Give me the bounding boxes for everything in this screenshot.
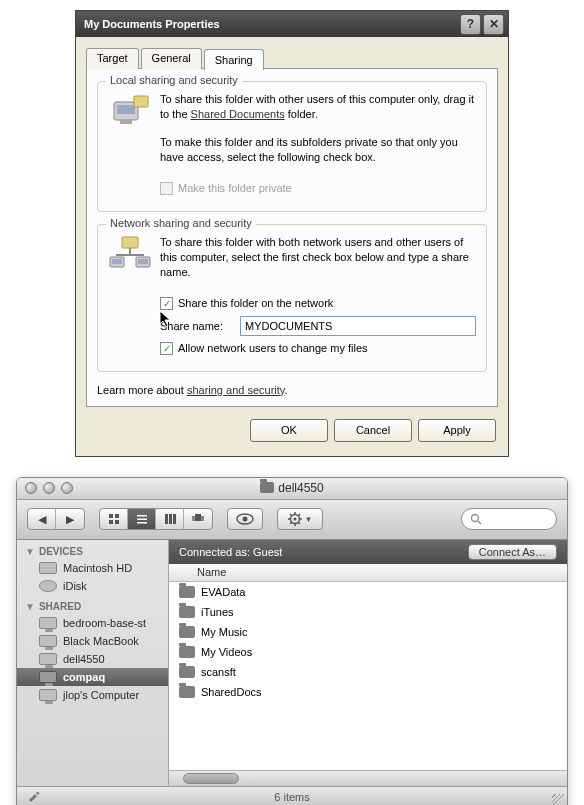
svg-point-27 <box>293 518 296 521</box>
network-sharing-icon <box>108 235 152 293</box>
svg-rect-21 <box>195 514 201 521</box>
row-make-private: Make this folder private <box>160 182 476 195</box>
computer-icon <box>39 617 57 629</box>
sidebar-header-shared[interactable]: ▼SHARED <box>17 595 168 614</box>
icon-view-button[interactable] <box>100 509 128 529</box>
window-title: My Documents Properties <box>80 18 458 30</box>
coverflow-view-button[interactable] <box>184 509 212 529</box>
group-local-sharing: Local sharing and security To share this… <box>97 81 487 212</box>
svg-line-37 <box>478 521 481 524</box>
shared-documents-link[interactable]: Shared Documents <box>191 108 285 120</box>
list-view-button[interactable] <box>128 509 156 529</box>
forward-button[interactable]: ▶ <box>56 509 84 529</box>
finder-body: ▼DEVICES Macintosh HD iDisk ▼SHARED bedr… <box>17 540 567 786</box>
checkbox-allow-change[interactable]: ✓ <box>160 342 173 355</box>
sidebar-item-jlop[interactable]: jlop's Computer <box>17 686 168 704</box>
list-item[interactable]: My Videos <box>169 642 567 662</box>
label-share-network: Share this folder on the network <box>178 297 333 309</box>
svg-line-35 <box>290 522 292 524</box>
nav-back-forward: ◀ ▶ <box>27 508 85 530</box>
svg-rect-2 <box>120 120 132 124</box>
computer-icon <box>39 689 57 701</box>
folder-icon <box>179 626 195 638</box>
search-field[interactable] <box>461 508 557 530</box>
checkbox-make-private <box>160 182 173 195</box>
svg-rect-23 <box>201 516 204 521</box>
local-sharing-icon <box>108 92 152 178</box>
checkbox-share-network[interactable]: ✓ <box>160 297 173 310</box>
mac-toolbar: ◀ ▶ ▼ <box>17 500 567 540</box>
main-pane: Connected as: Guest Connect As… Name EVA… <box>169 540 567 786</box>
finder-window: dell4550 ◀ ▶ ▼ <box>16 477 568 805</box>
list-item[interactable]: scansft <box>169 662 567 682</box>
svg-rect-16 <box>137 519 147 521</box>
network-text: To share this folder with both network u… <box>160 235 476 281</box>
horizontal-scrollbar[interactable] <box>169 770 567 786</box>
minimize-traffic-button[interactable] <box>43 482 55 494</box>
input-share-name[interactable] <box>240 316 476 336</box>
sidebar-item-dell4550[interactable]: dell4550 <box>17 650 168 668</box>
svg-rect-1 <box>117 105 135 114</box>
close-traffic-button[interactable] <box>25 482 37 494</box>
sidebar-item-idisk[interactable]: iDisk <box>17 577 168 595</box>
connection-status: Connected as: Guest <box>179 546 282 558</box>
folder-icon <box>179 606 195 618</box>
cancel-button[interactable]: Cancel <box>334 419 412 442</box>
svg-rect-10 <box>138 259 148 264</box>
titlebar[interactable]: My Documents Properties ? ✕ <box>76 11 508 37</box>
list-item[interactable]: My Music <box>169 622 567 642</box>
tab-general[interactable]: General <box>141 48 202 69</box>
mac-titlebar[interactable]: dell4550 <box>17 478 567 500</box>
svg-line-33 <box>298 522 300 524</box>
quicklook-button[interactable] <box>227 508 263 530</box>
list-icon <box>136 513 148 525</box>
folder-icon <box>179 586 195 598</box>
folder-icon <box>179 646 195 658</box>
tab-target[interactable]: Target <box>86 48 139 69</box>
sidebar-item-bedroom[interactable]: bedroom-base-st <box>17 614 168 632</box>
action-menu-button[interactable]: ▼ <box>277 508 323 530</box>
group-network-sharing: Network sharing and security <box>97 224 487 372</box>
apply-button[interactable]: Apply <box>418 419 496 442</box>
svg-rect-22 <box>192 516 195 521</box>
title-folder-icon <box>260 482 274 493</box>
tab-panel-sharing: Local sharing and security To share this… <box>86 68 498 407</box>
folder-icon <box>179 666 195 678</box>
row-share-network: ✓ Share this folder on the network <box>160 297 476 310</box>
list-item[interactable]: SharedDocs <box>169 682 567 702</box>
back-button[interactable]: ◀ <box>28 509 56 529</box>
column-header-name[interactable]: Name <box>169 564 567 582</box>
list-item[interactable]: EVAData <box>169 582 567 602</box>
disclosure-triangle-icon: ▼ <box>25 601 35 612</box>
scrollbar-thumb[interactable] <box>183 773 239 784</box>
resize-handle[interactable] <box>552 794 564 805</box>
tab-sharing[interactable]: Sharing <box>204 49 264 70</box>
svg-rect-14 <box>115 520 119 524</box>
label-make-private: Make this folder private <box>178 182 292 194</box>
svg-rect-13 <box>109 520 113 524</box>
label-share-name: Share name: <box>160 320 232 332</box>
close-button[interactable]: ✕ <box>483 14 504 35</box>
sidebar-header-devices[interactable]: ▼DEVICES <box>17 540 168 559</box>
dialog-buttons: OK Cancel Apply <box>86 407 498 446</box>
search-icon <box>470 513 482 525</box>
zoom-traffic-button[interactable] <box>61 482 73 494</box>
sidebar-item-compaq[interactable]: compaq <box>17 668 168 686</box>
svg-rect-3 <box>134 96 148 107</box>
sidebar-item-macintosh-hd[interactable]: Macintosh HD <box>17 559 168 577</box>
status-bar: 6 items <box>17 786 567 805</box>
learn-more-text: Learn more about sharing and security. <box>97 384 487 396</box>
help-button[interactable]: ? <box>460 14 481 35</box>
sharing-security-link[interactable]: sharing and security <box>187 384 285 396</box>
connect-as-button[interactable]: Connect As… <box>468 544 557 560</box>
svg-line-34 <box>298 514 300 516</box>
sidebar-item-black-macbook[interactable]: Black MacBook <box>17 632 168 650</box>
list-item[interactable]: iTunes <box>169 602 567 622</box>
file-list: EVAData iTunes My Music My Videos scansf… <box>169 582 567 770</box>
svg-rect-20 <box>173 514 176 524</box>
hd-icon <box>39 562 57 574</box>
view-mode-segment <box>99 508 213 530</box>
column-view-button[interactable] <box>156 509 184 529</box>
ok-button[interactable]: OK <box>250 419 328 442</box>
idisk-icon <box>39 580 57 592</box>
